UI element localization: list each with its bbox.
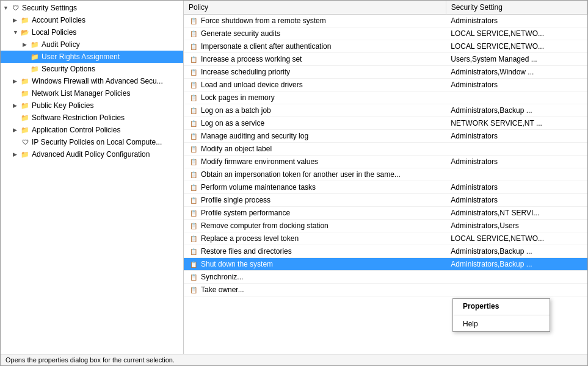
- policy-cell: 📋Take owner...: [184, 284, 428, 296]
- arrow-icon: ▶: [13, 102, 20, 109]
- policy-name: Lock pages in memory: [201, 93, 275, 102]
- policy-icon: 📋: [189, 259, 198, 269]
- tree-item-user-rights[interactable]: 📁User Rights Assignment: [1, 51, 183, 63]
- tree-label: Application Control Policies: [32, 126, 120, 134]
- policy-icon: 📋: [189, 182, 198, 192]
- setting-cell: Administrators,Backup ...: [446, 245, 587, 258]
- table-row[interactable]: 📋Remove computer from docking stationAdm…: [184, 220, 587, 232]
- tree-item-public-key[interactable]: ▶📁Public Key Policies: [1, 99, 183, 112]
- policy-name: Perform volume maintenance tasks: [201, 183, 316, 192]
- policy-icon: 📋: [189, 157, 198, 167]
- right-pane[interactable]: Policy Security Setting 📋Force shutdown …: [184, 1, 587, 354]
- policy-cell: 📋Remove computer from docking station: [184, 220, 428, 232]
- context-menu-item-help[interactable]: Help: [453, 317, 550, 331]
- table-row[interactable]: 📋Synchroniz...: [184, 271, 587, 284]
- table-row[interactable]: 📋Impersonate a client after authenticati…: [184, 40, 587, 53]
- policy-icon: 📋: [189, 106, 198, 115]
- tree-label: Audit Policy: [42, 40, 80, 49]
- table-row[interactable]: 📋Load and unload device driversAdministr…: [184, 79, 587, 92]
- folder-icon: 📁: [20, 88, 30, 98]
- table-row[interactable]: 📋Log on as a serviceNETWORK SERVICE,NT .…: [184, 117, 587, 130]
- policy-name: Modify firmware environment values: [201, 157, 318, 166]
- table-row[interactable]: 📋Profile system performanceAdministrator…: [184, 207, 587, 220]
- tree-item-software-restriction[interactable]: 📁Software Restriction Policies: [1, 112, 183, 124]
- setting-cell: [446, 271, 587, 284]
- table-row[interactable]: 📋Increase scheduling priorityAdministrat…: [184, 66, 587, 79]
- policy-icon: 📋: [189, 29, 198, 38]
- policy-icon: 📋: [189, 272, 198, 282]
- policy-cell: 📋Perform volume maintenance tasks: [184, 181, 428, 193]
- arrow-icon: ▶: [13, 151, 20, 157]
- policy-icon: 📋: [189, 208, 198, 218]
- arrow-icon: ▼: [13, 29, 20, 35]
- policy-name: Manage auditing and security log: [201, 132, 308, 140]
- table-row[interactable]: 📋Manage auditing and security logAdminis…: [184, 130, 587, 143]
- folder-icon: 📁: [30, 64, 40, 74]
- policy-cell: 📋Profile system performance: [184, 207, 428, 219]
- tree-item-ip-security[interactable]: 🛡IP Security Policies on Local Compute..…: [1, 136, 183, 148]
- setting-cell: Administrators: [446, 156, 587, 168]
- setting-cell: Administrators: [446, 79, 587, 92]
- policy-cell: 📋Obtain an impersonation token for anoth…: [184, 168, 428, 181]
- setting-cell: Administrators,Backup ...: [446, 258, 587, 271]
- policy-name: Increase a process working set: [201, 55, 302, 63]
- setting-cell: LOCAL SERVICE,NETWO...: [446, 27, 587, 40]
- setting-cell: LOCAL SERVICE,NETWO...: [446, 232, 587, 245]
- policy-icon: 📋: [189, 80, 198, 90]
- policy-icon: 📋: [189, 41, 198, 51]
- table-row[interactable]: 📋Lock pages in memory: [184, 92, 587, 104]
- policy-cell: 📋Increase scheduling priority: [184, 66, 428, 78]
- policy-name: Load and unload device drivers: [201, 81, 303, 89]
- policy-name: Shut down the system: [201, 260, 273, 268]
- folder-icon: 📁: [30, 40, 40, 49]
- tree-item-security-settings[interactable]: ▼🛡Security Settings: [1, 2, 183, 14]
- tree-item-local-policies[interactable]: ▼📂Local Policies: [1, 26, 183, 38]
- table-row[interactable]: 📋Replace a process level tokenLOCAL SERV…: [184, 232, 587, 245]
- context-menu-item-properties[interactable]: Properties: [453, 299, 550, 314]
- table-row[interactable]: 📋Shut down the systemAdministrators,Back…: [184, 258, 587, 271]
- policy-name: Log on as a batch job: [201, 106, 271, 115]
- tree-label: Public Key Policies: [32, 101, 93, 110]
- table-row[interactable]: 📋Profile single processAdministrators: [184, 194, 587, 207]
- policy-name: Log on as a service: [201, 119, 264, 127]
- policy-name: Increase scheduling priority: [201, 68, 290, 76]
- tree-item-app-control[interactable]: ▶📁Application Control Policies: [1, 124, 183, 136]
- setting-cell: Administrators: [446, 194, 587, 207]
- tree-item-account-policies[interactable]: ▶📁Account Policies: [1, 14, 183, 26]
- table-row[interactable]: 📋Increase a process working setUsers,Sys…: [184, 53, 587, 66]
- table-row[interactable]: 📋Restore files and directoriesAdministra…: [184, 245, 587, 258]
- setting-cell: Administrators,NT SERVI...: [446, 207, 587, 220]
- table-row[interactable]: 📋Modify firmware environment valuesAdmin…: [184, 156, 587, 168]
- policy-icon: 📋: [189, 234, 198, 243]
- table-row[interactable]: 📋Obtain an impersonation token for anoth…: [184, 168, 587, 181]
- status-bar: Opens the properties dialog box for the …: [1, 354, 587, 365]
- tree-label: Security Options: [42, 65, 95, 73]
- folder-icon: 📁: [20, 101, 30, 110]
- policy-icon: 📋: [189, 67, 198, 77]
- setting-cell: Users,System Managed ...: [446, 53, 587, 66]
- tree-label: Advanced Audit Policy Configuration: [32, 150, 150, 159]
- policy-icon: 📋: [189, 118, 198, 128]
- tree-item-security-options[interactable]: 📁Security Options: [1, 63, 183, 75]
- policy-icon: 📋: [189, 221, 198, 231]
- tree-item-network-list[interactable]: 📁Network List Manager Policies: [1, 87, 183, 99]
- policy-cell: 📋Load and unload device drivers: [184, 79, 428, 91]
- col-security-setting[interactable]: Security Setting: [446, 1, 587, 15]
- col-policy[interactable]: Policy: [184, 1, 446, 15]
- table-row[interactable]: 📋Force shutdown from a remote systemAdmi…: [184, 15, 587, 27]
- left-pane[interactable]: ▼🛡Security Settings▶📁Account Policies▼📂L…: [1, 1, 184, 354]
- policy-icon: 📋: [189, 54, 198, 64]
- tree-item-audit-policy[interactable]: ▶📁Audit Policy: [1, 38, 183, 51]
- setting-cell: Administrators,Window ...: [446, 66, 587, 79]
- policy-name: Remove computer from docking station: [201, 221, 328, 230]
- setting-cell: LOCAL SERVICE,NETWO...: [446, 40, 587, 53]
- table-row[interactable]: 📋Take owner...: [184, 284, 587, 296]
- table-row[interactable]: 📋Generate security auditsLOCAL SERVICE,N…: [184, 27, 587, 40]
- setting-cell: Administrators,Backup ...: [446, 104, 587, 117]
- tree-item-advanced-audit[interactable]: ▶📁Advanced Audit Policy Configuration: [1, 148, 183, 160]
- policy-name: Synchroniz...: [201, 273, 243, 281]
- table-row[interactable]: 📋Modify an object label: [184, 143, 587, 156]
- tree-item-windows-firewall[interactable]: ▶📁Windows Firewall with Advanced Secu...: [1, 75, 183, 87]
- table-row[interactable]: 📋Log on as a batch jobAdministrators,Bac…: [184, 104, 587, 117]
- table-row[interactable]: 📋Perform volume maintenance tasksAdminis…: [184, 181, 587, 194]
